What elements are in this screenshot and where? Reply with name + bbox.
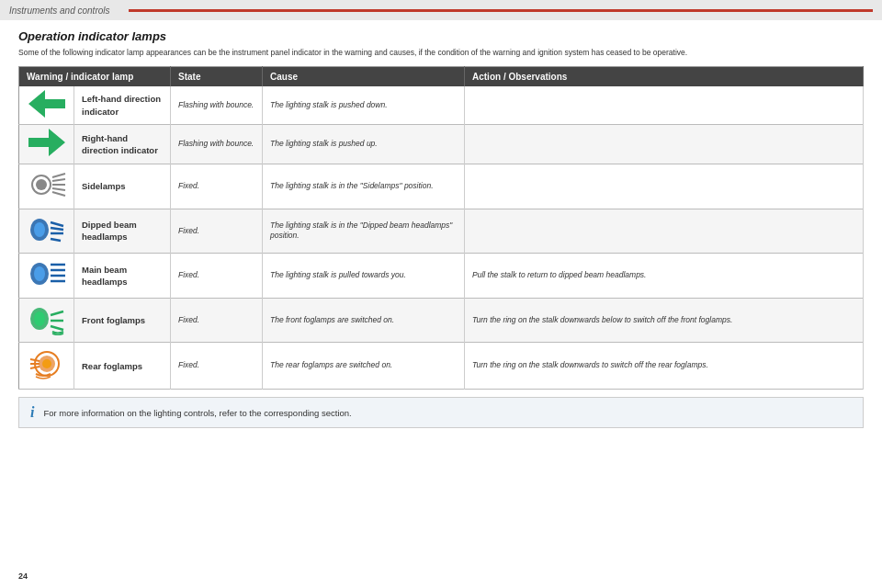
svg-line-8 — [52, 192, 65, 196]
col-header-cause: Cause — [263, 66, 465, 86]
lamp-icon-cell — [19, 86, 74, 125]
header-accent-line — [129, 9, 874, 12]
table-row: Front foglampsFixed.The front foglamps a… — [19, 298, 864, 343]
info-icon: i — [30, 404, 34, 421]
lamp-name: Rear foglamps — [74, 343, 171, 390]
lamp-icon-cell — [19, 164, 74, 209]
svg-line-11 — [51, 222, 63, 226]
table-row: Main beam headlampsFixed.The lighting st… — [19, 254, 864, 299]
info-box: i For more information on the lighting c… — [18, 397, 864, 428]
lamp-icon-cell — [19, 125, 74, 164]
lamp-state: Flashing with bounce. — [171, 125, 263, 164]
lamp-state: Fixed. — [171, 254, 263, 299]
svg-line-25 — [51, 326, 63, 330]
svg-point-22 — [34, 311, 45, 326]
svg-line-12 — [51, 228, 63, 230]
col-header-warning: Warning / indicator lamp — [19, 66, 171, 86]
lamp-name: Main beam headlamps — [74, 254, 171, 299]
lamp-cause: The rear foglamps are switched on. — [263, 343, 465, 390]
lamp-name: Right-hand direction indicator — [74, 125, 171, 164]
indicator-lamp-table: Warning / indicator lamp State Cause Act… — [18, 66, 864, 390]
svg-marker-1 — [28, 129, 65, 156]
lamp-icon-cell — [19, 343, 74, 390]
col-header-state: State — [171, 66, 263, 86]
lamp-action — [465, 86, 864, 125]
section-title: Operation indicator lamps — [18, 29, 864, 43]
table-row: Rear foglampsFixed.The rear foglamps are… — [19, 343, 864, 390]
svg-line-29 — [30, 359, 40, 361]
lamp-action: Turn the ring on the stalk downwards to … — [465, 343, 864, 390]
svg-marker-0 — [28, 90, 65, 118]
lamp-state: Fixed. — [171, 164, 263, 209]
svg-line-23 — [51, 311, 63, 315]
lamp-cause: The lighting stalk is pushed down. — [263, 86, 465, 125]
lamp-cause: The lighting stalk is pulled towards you… — [263, 254, 465, 299]
lamp-state: Fixed. — [171, 343, 263, 390]
lamp-state: Flashing with bounce. — [171, 86, 263, 125]
svg-point-10 — [34, 222, 45, 237]
svg-line-7 — [52, 188, 65, 190]
svg-point-16 — [34, 266, 45, 281]
lamp-cause: The lighting stalk is in the "Sidelamps"… — [263, 164, 465, 209]
lamp-action — [465, 164, 864, 209]
lamp-name: Sidelamps — [74, 164, 171, 209]
table-header-row: Warning / indicator lamp State Cause Act… — [19, 66, 864, 86]
svg-point-28 — [42, 359, 51, 368]
main-content: Operation indicator lamps Some of the fo… — [0, 20, 882, 437]
lamp-action: Turn the ring on the stalk downwards bel… — [465, 298, 864, 343]
col-header-action: Action / Observations — [465, 66, 864, 86]
section-description: Some of the following indicator lamp app… — [18, 48, 864, 59]
table-row: Left-hand direction indicatorFlashing wi… — [19, 86, 864, 125]
lamp-action — [465, 209, 864, 254]
svg-line-5 — [52, 179, 65, 181]
page-number: 24 — [18, 571, 28, 581]
lamp-name: Left-hand direction indicator — [74, 86, 171, 125]
table-row: Dipped beam headlampsFixed.The lighting … — [19, 209, 864, 254]
lamp-action — [465, 125, 864, 164]
lamp-icon-cell — [19, 298, 74, 343]
top-bar: Instruments and controls — [0, 0, 882, 20]
lamp-cause: The front foglamps are switched on. — [263, 298, 465, 343]
svg-line-31 — [30, 367, 40, 368]
table-row: Right-hand direction indicatorFlashing w… — [19, 125, 864, 164]
lamp-cause: The lighting stalk is pushed up. — [263, 125, 465, 164]
lamp-name: Front foglamps — [74, 298, 171, 343]
lamp-icon-cell — [19, 209, 74, 254]
lamp-state: Fixed. — [171, 298, 263, 343]
lamp-cause: The lighting stalk is in the "Dipped bea… — [263, 209, 465, 254]
section-header-title: Instruments and controls — [9, 6, 110, 16]
lamp-icon-cell — [19, 254, 74, 299]
lamp-name: Dipped beam headlamps — [74, 209, 171, 254]
table-row: SidelampsFixed.The lighting stalk is in … — [19, 164, 864, 209]
info-box-text: For more information on the lighting con… — [43, 408, 351, 418]
lamp-state: Fixed. — [171, 209, 263, 254]
svg-line-4 — [52, 174, 65, 177]
svg-line-14 — [51, 239, 61, 241]
svg-point-3 — [36, 179, 47, 190]
lamp-action: Pull the stalk to return to dipped beam … — [465, 254, 864, 299]
